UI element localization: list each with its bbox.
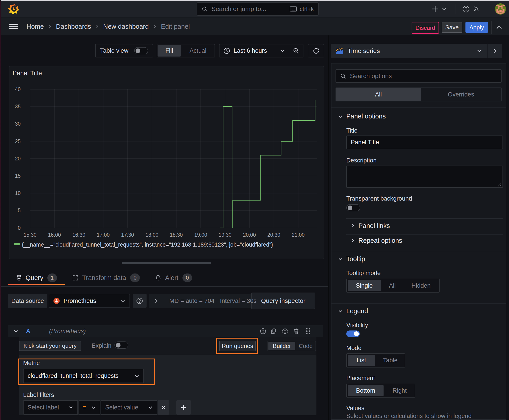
- svg-text:5: 5: [18, 208, 21, 213]
- svg-text:10: 10: [15, 190, 21, 196]
- svg-text:20: 20: [15, 156, 21, 162]
- svg-text:19:30: 19:30: [219, 232, 232, 238]
- svg-text:{__name__="cloudflared_tunnel_: {__name__="cloudflared_tunnel_total_requ…: [22, 241, 273, 248]
- svg-text:0: 0: [18, 225, 21, 231]
- svg-text:17:30: 17:30: [121, 232, 134, 238]
- svg-text:16:30: 16:30: [72, 232, 85, 238]
- svg-text:19:00: 19:00: [194, 232, 207, 238]
- svg-text:15:30: 15:30: [23, 232, 37, 238]
- svg-text:16:00: 16:00: [48, 232, 61, 238]
- svg-text:17:00: 17:00: [97, 232, 110, 238]
- svg-text:20:00: 20:00: [243, 232, 256, 238]
- svg-text:18:30: 18:30: [170, 232, 183, 238]
- svg-text:25: 25: [15, 138, 21, 144]
- svg-text:21:00: 21:00: [292, 232, 305, 238]
- svg-text:15: 15: [15, 173, 21, 179]
- svg-text:18:00: 18:00: [145, 232, 159, 238]
- svg-text:30: 30: [15, 121, 21, 127]
- svg-text:35: 35: [15, 104, 21, 110]
- svg-text:20:30: 20:30: [267, 232, 280, 238]
- svg-text:40: 40: [15, 86, 21, 92]
